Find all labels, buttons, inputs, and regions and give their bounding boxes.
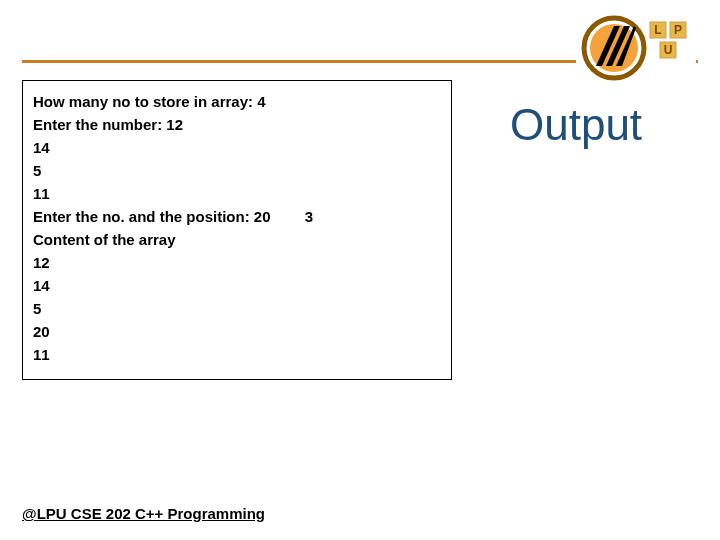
svg-text:L: L <box>654 23 661 37</box>
console-line: 11 <box>33 346 441 363</box>
svg-text:U: U <box>664 43 673 57</box>
lpu-logo: L P U <box>576 8 696 88</box>
slide-heading: Output <box>510 100 642 150</box>
console-line: 11 <box>33 185 441 202</box>
console-line: 12 <box>33 254 441 271</box>
console-line: 5 <box>33 162 441 179</box>
console-line: 14 <box>33 139 441 156</box>
console-line: 14 <box>33 277 441 294</box>
console-line: Enter the no. and the position: 20 3 <box>33 208 441 225</box>
console-line: 5 <box>33 300 441 317</box>
console-output-box: How many no to store in array: 4 Enter t… <box>22 80 452 380</box>
svg-text:P: P <box>674 23 682 37</box>
console-line: Content of the array <box>33 231 441 248</box>
console-line: Enter the number: 12 <box>33 116 441 133</box>
console-line: How many no to store in array: 4 <box>33 93 441 110</box>
console-text: Enter the no. and the position: 20 <box>33 208 271 225</box>
console-text: 3 <box>305 208 313 225</box>
footer-text: @LPU CSE 202 C++ Programming <box>22 505 265 522</box>
console-line: 20 <box>33 323 441 340</box>
